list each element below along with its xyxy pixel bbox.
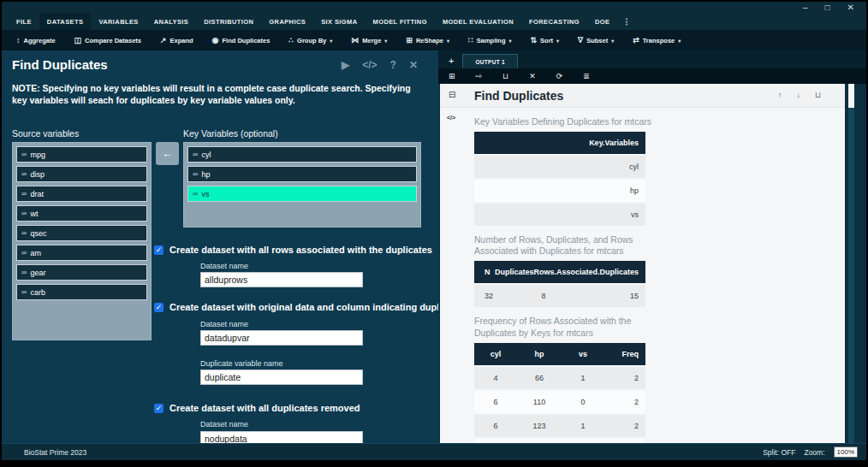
group-by-button[interactable]: ∴Group By▾ — [281, 36, 340, 44]
table-header-cell: Duplicates — [495, 268, 534, 276]
source-variable-item[interactable]: ¹²³drat — [16, 186, 147, 202]
move-down-icon[interactable]: ↓ — [796, 91, 800, 99]
transpose-button[interactable]: ⇄Transpose▾ — [625, 36, 688, 44]
key-variable-item[interactable]: ¹²³hp — [187, 166, 417, 182]
dataset-name-label: Dataset name — [200, 420, 248, 429]
menu-item-distribution[interactable]: DISTRIBUTION — [196, 13, 261, 30]
menu-item-model-evaluation[interactable]: MODEL EVALUATION — [435, 13, 521, 30]
show-code-icon[interactable]: </> — [447, 115, 455, 121]
sort-button[interactable]: ⇅Sort▾ — [523, 36, 568, 44]
source-variable-item[interactable]: ¹²³qsec — [16, 225, 147, 241]
zoom-value[interactable]: 100% — [834, 446, 858, 458]
checkbox-checked-icon[interactable]: ✓ — [154, 404, 163, 413]
add-tab-icon[interactable]: + — [438, 56, 462, 68]
move-left-button[interactable]: ← — [156, 142, 179, 165]
reshape-button[interactable]: ⊞ReShape▾ — [398, 36, 457, 44]
move-up-icon[interactable]: ↑ — [778, 91, 782, 99]
source-variable-item[interactable]: ¹²³wt — [16, 205, 147, 222]
menu-item-datasets[interactable]: DATASETS — [39, 13, 92, 30]
option-remove-duplicates[interactable]: ✓ Create dataset with all duplicates rem… — [154, 403, 360, 413]
subset-button[interactable]: ∇Subset▾ — [570, 36, 621, 44]
option-all-dup-rows[interactable]: ✓ Create dataset with all rows associate… — [154, 245, 432, 255]
numeric-variable-icon: ¹²³ — [21, 250, 27, 256]
variable-label: mpg — [31, 151, 46, 159]
key-variables-table: Key.Variables cyl hp vs — [474, 132, 645, 226]
merge-button[interactable]: ⋈Merge▾ — [343, 36, 395, 44]
insert-icon[interactable]: ⊞ — [449, 72, 455, 80]
close-output-icon[interactable]: ✕ — [529, 72, 536, 80]
maximize-icon[interactable]: □ — [825, 3, 830, 12]
merge-label: Merge — [362, 37, 381, 44]
delete-output-icon[interactable]: ⊔ — [815, 91, 821, 99]
source-variable-item[interactable]: ¹²³mpg — [16, 146, 147, 163]
dataset-name-input[interactable] — [200, 330, 363, 346]
key-variables-label: Key Variables (optional) — [183, 128, 278, 139]
table-cell: 110 — [517, 398, 562, 406]
code-icon[interactable]: </> — [362, 59, 377, 71]
option-dup-indicator[interactable]: ✓ Create dataset with original data and … — [154, 302, 438, 312]
checkbox-checked-icon[interactable]: ✓ — [154, 303, 163, 312]
dataset-name-input[interactable] — [200, 431, 363, 443]
scrollbar-thumb[interactable] — [848, 108, 854, 443]
menu-item-graphics[interactable]: GRAPHICS — [261, 13, 313, 30]
checkbox-checked-icon[interactable]: ✓ — [154, 245, 163, 255]
key-variables-list[interactable]: ¹²³cyl ¹²³hp ¹²³vs — [183, 142, 421, 228]
key-variable-item-selected[interactable]: ¹²³vs — [187, 186, 417, 202]
reshape-icon: ⊞ — [406, 36, 413, 44]
find-duplicates-button[interactable]: ◉Find Duplicates — [205, 36, 278, 44]
dataset-name-input[interactable] — [200, 272, 363, 287]
menu-item-analysis[interactable]: ANALYSIS — [146, 13, 196, 30]
duplicate-variable-name-input[interactable] — [200, 369, 363, 385]
source-variables-list[interactable]: ¹²³mpg ¹²³disp ¹²³drat ¹²³wt ¹²³qsec ¹²³… — [12, 142, 152, 340]
app-window: – □ ✕ FILE DATASETS VARIABLES ANALYSIS D… — [2, 2, 866, 460]
menu-item-doe[interactable]: DOE — [587, 13, 617, 30]
source-variable-item[interactable]: ¹²³carb — [16, 284, 147, 300]
help-icon[interactable]: ? — [390, 59, 396, 71]
list-view-icon[interactable]: ≣ — [583, 72, 590, 80]
compare-datasets-button[interactable]: ◫Compare Datasets — [67, 36, 149, 44]
expand-button[interactable]: ↗Expand — [152, 36, 201, 44]
option-label: Create dataset with all duplicates remov… — [169, 403, 360, 413]
menu-overflow-icon[interactable]: ⋮ — [617, 13, 635, 30]
table-cell: 123 — [517, 422, 562, 430]
option-label: Create dataset with original data and co… — [169, 302, 438, 312]
menu-item-forecasting[interactable]: FORECASTING — [521, 13, 587, 30]
sampling-button[interactable]: ∷Sampling▾ — [461, 36, 520, 44]
minimize-icon[interactable]: – — [803, 3, 808, 12]
split-status[interactable]: Split: OFF — [763, 448, 795, 457]
run-icon[interactable]: ▶ — [342, 59, 349, 71]
aggregate-button[interactable]: ↕Aggregate — [9, 36, 63, 44]
sort-icon: ⇅ — [531, 36, 538, 44]
menu-item-variables[interactable]: VARIABLES — [91, 13, 146, 30]
chevron-down-icon: ▾ — [611, 38, 614, 44]
table-row: cyl — [474, 156, 645, 178]
variable-label: drat — [31, 190, 45, 198]
subset-label: Subset — [586, 37, 608, 44]
zoom-label: Zoom: — [804, 448, 824, 457]
close-icon[interactable]: ✕ — [847, 3, 854, 12]
tab-output-1[interactable]: OUTPUT 1 — [462, 54, 518, 68]
chevron-down-icon: ▾ — [678, 38, 681, 44]
table-cell: 66 — [517, 374, 562, 382]
trash-icon[interactable]: ⊔ — [502, 72, 508, 80]
menu-item-six-sigma[interactable]: SIX SIGMA — [313, 13, 365, 30]
chevron-down-icon: ▾ — [447, 38, 449, 44]
menu-item-model-fitting[interactable]: MODEL FITTING — [366, 13, 435, 30]
source-variable-item[interactable]: ¹²³gear — [16, 264, 147, 281]
source-variable-item[interactable]: ¹²³disp — [16, 166, 147, 182]
numeric-variable-icon: ¹²³ — [193, 171, 198, 177]
app-name: BioStat Prime 2023 — [24, 448, 86, 457]
table-row: 6 110 0 2 — [474, 391, 645, 413]
tab-label: OUTPUT 1 — [475, 59, 505, 65]
numeric-variable-icon: ¹²³ — [193, 191, 198, 197]
collapse-icon[interactable]: ⊟ — [449, 90, 455, 99]
source-variable-item[interactable]: ¹²³am — [16, 245, 147, 261]
table-header-cell: Rows.Associated.Duplicates — [533, 268, 645, 276]
output-scrollbar[interactable] — [848, 84, 854, 443]
refresh-icon[interactable]: ⟳ — [556, 72, 563, 80]
dialog-close-icon[interactable]: ✕ — [409, 59, 418, 71]
export-icon[interactable]: ⇨ — [476, 72, 483, 80]
variable-label: gear — [31, 269, 46, 277]
menu-item-file[interactable]: FILE — [9, 13, 39, 30]
key-variable-item[interactable]: ¹²³cyl — [187, 146, 417, 163]
